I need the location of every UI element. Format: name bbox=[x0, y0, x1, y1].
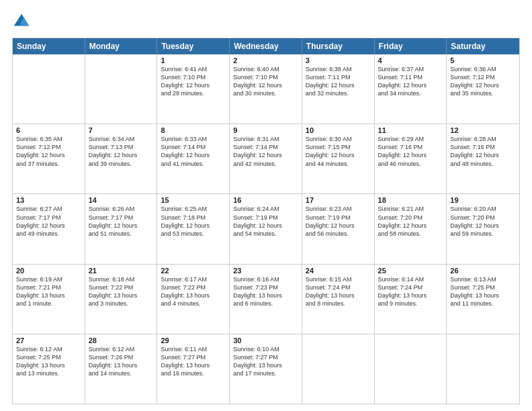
cell-line: Sunset: 7:17 PM bbox=[16, 214, 81, 222]
cell-line: Sunrise: 6:21 AM bbox=[378, 205, 443, 213]
day-number: 3 bbox=[306, 56, 371, 64]
cell-line: Sunrise: 6:35 AM bbox=[16, 135, 81, 143]
cell-line: Sunset: 7:10 PM bbox=[161, 73, 226, 81]
cell-line: Sunrise: 6:33 AM bbox=[161, 135, 226, 143]
calendar-cell bbox=[85, 54, 158, 124]
cell-line: Sunset: 7:27 PM bbox=[161, 353, 226, 361]
calendar-cell: 20Sunrise: 6:19 AMSunset: 7:21 PMDayligh… bbox=[13, 265, 85, 334]
cell-line: Sunset: 7:16 PM bbox=[378, 143, 443, 151]
day-number: 24 bbox=[306, 267, 371, 275]
day-number: 19 bbox=[450, 196, 516, 204]
cell-line: Daylight: 12 hours bbox=[450, 81, 516, 89]
cell-line: Sunset: 7:11 PM bbox=[306, 73, 371, 81]
cell-line: Sunrise: 6:10 AM bbox=[233, 345, 298, 353]
calendar-cell: 28Sunrise: 6:12 AMSunset: 7:26 PMDayligh… bbox=[85, 334, 158, 404]
cell-line: and 4 minutes. bbox=[161, 300, 226, 308]
calendar-cell: 21Sunrise: 6:18 AMSunset: 7:22 PMDayligh… bbox=[85, 265, 158, 334]
calendar-week-row: 27Sunrise: 6:12 AMSunset: 7:25 PMDayligh… bbox=[13, 334, 519, 404]
cell-line: Sunrise: 6:17 AM bbox=[161, 275, 226, 283]
page: SundayMondayTuesdayWednesdayThursdayFrid… bbox=[0, 0, 532, 411]
day-number: 22 bbox=[161, 267, 226, 275]
cell-line: Daylight: 12 hours bbox=[161, 222, 226, 230]
cell-line: and 16 minutes. bbox=[161, 369, 226, 377]
calendar-cell: 25Sunrise: 6:14 AMSunset: 7:24 PMDayligh… bbox=[375, 265, 447, 334]
cell-line: and 46 minutes. bbox=[378, 160, 443, 168]
calendar-cell: 24Sunrise: 6:15 AMSunset: 7:24 PMDayligh… bbox=[302, 265, 375, 334]
cell-line: Daylight: 13 hours bbox=[161, 291, 226, 300]
day-number: 16 bbox=[233, 196, 298, 204]
cell-line: Sunset: 7:22 PM bbox=[161, 283, 226, 291]
cell-line: Sunset: 7:12 PM bbox=[16, 143, 81, 151]
calendar-header-cell: Thursday bbox=[302, 38, 375, 54]
cell-line: Daylight: 13 hours bbox=[233, 291, 298, 300]
cell-line: Sunset: 7:16 PM bbox=[450, 143, 516, 151]
calendar-cell: 8Sunrise: 6:33 AMSunset: 7:14 PMDaylight… bbox=[157, 124, 230, 193]
cell-line: Sunrise: 6:36 AM bbox=[450, 65, 516, 73]
cell-line: and 59 minutes. bbox=[450, 230, 516, 238]
cell-line: Sunset: 7:26 PM bbox=[89, 353, 154, 361]
day-number: 10 bbox=[306, 126, 371, 134]
cell-line: Daylight: 12 hours bbox=[450, 151, 516, 159]
day-number: 8 bbox=[161, 126, 226, 134]
cell-line: Sunset: 7:19 PM bbox=[233, 214, 298, 222]
cell-line: Daylight: 12 hours bbox=[233, 222, 298, 230]
calendar-cell: 1Sunrise: 6:41 AMSunset: 7:10 PMDaylight… bbox=[157, 54, 230, 124]
cell-line: and 44 minutes. bbox=[306, 160, 371, 168]
cell-line: Daylight: 13 hours bbox=[233, 361, 298, 369]
cell-line: Daylight: 12 hours bbox=[306, 81, 371, 89]
cell-line: Daylight: 12 hours bbox=[233, 81, 298, 89]
cell-line: Sunrise: 6:19 AM bbox=[16, 275, 81, 283]
calendar-cell: 14Sunrise: 6:26 AMSunset: 7:17 PMDayligh… bbox=[85, 194, 158, 263]
day-number: 23 bbox=[233, 267, 298, 275]
logo bbox=[12, 12, 34, 31]
cell-line: Sunrise: 6:41 AM bbox=[161, 65, 226, 73]
cell-line: Sunset: 7:15 PM bbox=[306, 143, 371, 151]
calendar-cell: 22Sunrise: 6:17 AMSunset: 7:22 PMDayligh… bbox=[157, 265, 230, 334]
day-number: 26 bbox=[450, 267, 516, 275]
day-number: 12 bbox=[450, 126, 516, 134]
cell-line: Sunset: 7:25 PM bbox=[16, 353, 81, 361]
cell-line: and 37 minutes. bbox=[16, 160, 81, 168]
calendar-cell: 19Sunrise: 6:20 AMSunset: 7:20 PMDayligh… bbox=[447, 194, 519, 263]
calendar-week-row: 1Sunrise: 6:41 AMSunset: 7:10 PMDaylight… bbox=[13, 54, 519, 124]
cell-line: Daylight: 12 hours bbox=[233, 151, 298, 159]
calendar-header-cell: Friday bbox=[375, 38, 447, 54]
cell-line: and 3 minutes. bbox=[89, 300, 154, 308]
calendar-cell bbox=[375, 334, 447, 404]
cell-line: Sunset: 7:24 PM bbox=[378, 283, 443, 291]
day-number: 18 bbox=[378, 196, 443, 204]
cell-line: Sunrise: 6:37 AM bbox=[378, 65, 443, 73]
calendar-cell: 15Sunrise: 6:25 AMSunset: 7:18 PMDayligh… bbox=[157, 194, 230, 263]
day-number: 7 bbox=[89, 126, 154, 134]
cell-line: Sunset: 7:20 PM bbox=[450, 214, 516, 222]
cell-line: Sunset: 7:17 PM bbox=[89, 214, 154, 222]
cell-line: and 30 minutes. bbox=[233, 89, 298, 97]
day-number: 28 bbox=[89, 336, 154, 345]
day-number: 20 bbox=[16, 267, 81, 275]
day-number: 13 bbox=[16, 196, 81, 204]
cell-line: Sunrise: 6:40 AM bbox=[233, 65, 298, 73]
calendar-cell: 4Sunrise: 6:37 AMSunset: 7:11 PMDaylight… bbox=[375, 54, 447, 124]
day-number: 21 bbox=[89, 267, 154, 275]
calendar-body: 1Sunrise: 6:41 AMSunset: 7:10 PMDaylight… bbox=[13, 54, 519, 404]
cell-line: Sunrise: 6:30 AM bbox=[306, 135, 371, 143]
cell-line: Daylight: 12 hours bbox=[378, 222, 443, 230]
logo-icon bbox=[12, 12, 31, 31]
cell-line: and 9 minutes. bbox=[378, 300, 443, 308]
cell-line: and 42 minutes. bbox=[233, 160, 298, 168]
cell-line: and 56 minutes. bbox=[306, 230, 371, 238]
cell-line: Daylight: 12 hours bbox=[450, 222, 516, 230]
cell-line: Sunset: 7:23 PM bbox=[233, 283, 298, 291]
day-number: 29 bbox=[161, 336, 226, 345]
calendar-header-cell: Sunday bbox=[13, 38, 85, 54]
cell-line: and 39 minutes. bbox=[89, 160, 154, 168]
cell-line: Sunrise: 6:18 AM bbox=[89, 275, 154, 283]
cell-line: and 8 minutes. bbox=[306, 300, 371, 308]
day-number: 17 bbox=[306, 196, 371, 204]
calendar-cell: 6Sunrise: 6:35 AMSunset: 7:12 PMDaylight… bbox=[13, 124, 85, 193]
cell-line: Sunset: 7:13 PM bbox=[89, 143, 154, 151]
calendar-cell: 29Sunrise: 6:11 AMSunset: 7:27 PMDayligh… bbox=[157, 334, 230, 404]
calendar-week-row: 6Sunrise: 6:35 AMSunset: 7:12 PMDaylight… bbox=[13, 124, 519, 193]
cell-line: Sunset: 7:14 PM bbox=[233, 143, 298, 151]
cell-line: Sunrise: 6:23 AM bbox=[306, 205, 371, 213]
